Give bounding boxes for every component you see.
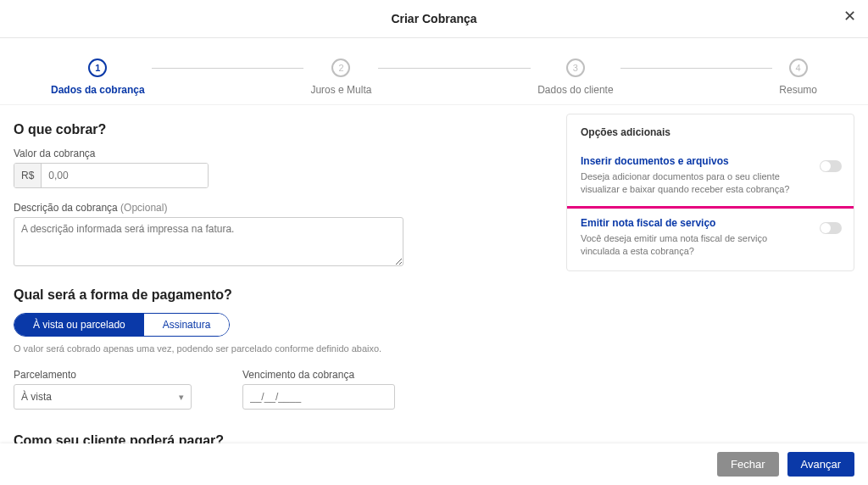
step-2[interactable]: 2 Juros e Multa [310,59,371,96]
step-number: 4 [789,59,808,77]
step-number: 3 [566,59,585,77]
step-connector [378,68,531,69]
value-input-wrap[interactable]: R$ [14,163,209,188]
parcel-select[interactable]: À vista ▾ [14,384,192,410]
option-title: Emitir nota fiscal de serviço [581,217,840,229]
step-1[interactable]: 1 Dados da cobrança [51,59,145,96]
step-3[interactable]: 3 Dados do cliente [537,59,613,96]
payment-type-toggle: À vista ou parcelado Assinatura [14,313,230,337]
section-payment-method: Qual será a forma de pagamento? [14,287,532,303]
payment-help-text: O valor será cobrado apenas uma vez, pod… [14,343,532,354]
due-date-input[interactable] [242,384,395,410]
toggle-insert-documents[interactable] [820,160,842,172]
due-label: Vencimento da cobrança [242,369,395,381]
close-icon[interactable]: ✕ [843,8,856,24]
parcel-value: À vista [21,391,52,403]
option-emit-nota-fiscal: Emitir nota fiscal de serviço Você desej… [566,206,854,271]
step-number: 2 [331,59,350,77]
step-label: Dados do cliente [537,84,613,96]
step-connector [152,68,304,69]
step-label: Dados da cobrança [51,84,145,96]
step-number: 1 [88,59,107,77]
step-connector [620,68,773,69]
toggle-emit-nota-fiscal[interactable] [820,222,842,234]
seg-assinatura[interactable]: Assinatura [144,314,230,336]
option-desc: Você deseja emitir uma nota fiscal de se… [581,232,793,259]
options-title: Opções adicionais [567,114,854,147]
step-label: Juros e Multa [310,84,371,96]
step-4[interactable]: 4 Resumo [779,59,817,96]
section-what-charge: O que cobrar? [14,122,532,137]
value-input[interactable] [42,164,208,187]
chevron-down-icon: ▾ [179,392,184,403]
parcel-label: Parcelamento [14,369,192,381]
stepper: 1 Dados da cobrança 2 Juros e Multa 3 Da… [0,38,868,105]
value-label: Valor da cobrança [14,148,532,159]
desc-label: Descrição da cobrança (Opcional) [14,202,532,214]
option-insert-documents: Inserir documentos e arquivos Deseja adi… [567,147,854,209]
seg-avista-parcelado[interactable]: À vista ou parcelado [14,314,144,336]
modal-title: Criar Cobrança [0,12,868,25]
description-textarea[interactable] [14,217,403,266]
additional-options-card: Opções adicionais Inserir documentos e a… [566,114,854,271]
currency-prefix: R$ [14,164,42,187]
footer-bar: Fechar Avançar [0,443,868,449]
option-desc: Deseja adicionar documentos para o seu c… [581,170,793,197]
option-title: Inserir documentos e arquivos [581,155,840,167]
step-label: Resumo [779,84,817,96]
